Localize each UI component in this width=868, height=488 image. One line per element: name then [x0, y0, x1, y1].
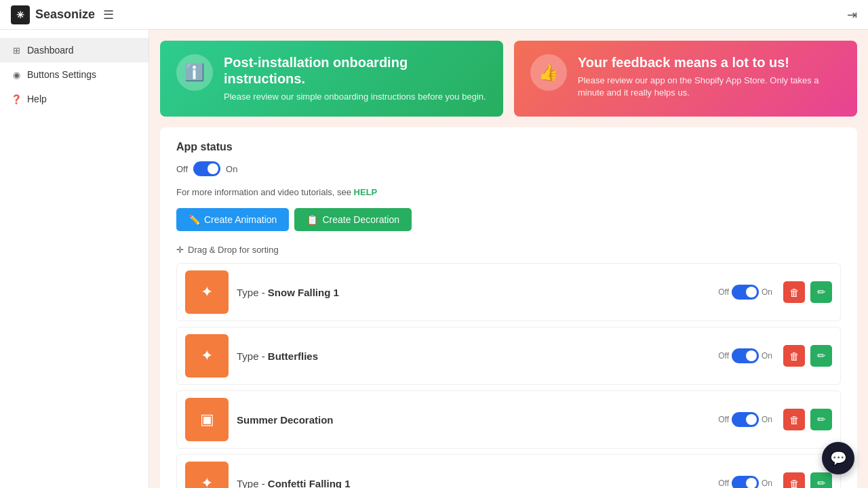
item-icon: ✦: [185, 334, 229, 378]
animations-list: ✦ Type - Snow Falling 1 Off On 🗑 ✏ ✦ Typ…: [176, 263, 841, 488]
onboarding-content: Post-installation onboarding instruction…: [224, 54, 490, 103]
off-label: Off: [176, 164, 188, 174]
item-on-label: On: [762, 351, 772, 361]
sidebar-item-help[interactable]: ❓ Help: [0, 87, 149, 111]
toggle-slider: [193, 161, 220, 176]
sidebar-item-buttons-settings[interactable]: ◉ Buttons Settings: [0, 62, 149, 87]
sidebar-item-label: Dashboard: [27, 45, 74, 56]
item-on-label: On: [762, 287, 772, 297]
item-label: Type - Butterflies: [237, 350, 718, 362]
sort-label: Drag & Drop for sorting: [188, 245, 279, 255]
create-buttons-row: ✏️ Create Animation 📋 Create Decoration: [176, 208, 841, 231]
sort-row: ✛ Drag & Drop for sorting: [176, 245, 841, 255]
dashboard-icon: ⊞: [11, 45, 22, 56]
app-status-panel: App status Off On For more information a…: [160, 127, 857, 488]
sidebar-item-dashboard[interactable]: ⊞ Dashboard: [0, 38, 149, 62]
edit-button[interactable]: ✏: [810, 472, 832, 488]
main-content: ℹ️ Post-installation onboarding instruct…: [149, 30, 868, 488]
top-nav-left: ✳ Seasonize ☰: [11, 5, 114, 24]
onboarding-banner[interactable]: ℹ️ Post-installation onboarding instruct…: [160, 41, 503, 117]
onboarding-icon: ℹ️: [176, 54, 213, 91]
logo-area: ✳ Seasonize: [11, 5, 95, 24]
buttons-settings-icon: ◉: [11, 70, 22, 80]
create-decoration-icon: 📋: [307, 214, 318, 225]
delete-button[interactable]: 🗑: [783, 472, 805, 488]
item-toggle-slider: [732, 412, 759, 427]
delete-button[interactable]: 🗑: [783, 345, 805, 367]
create-decoration-label: Create Decoration: [322, 214, 399, 225]
info-text: For more information and video tutorials…: [176, 187, 841, 197]
feedback-title: Your feedback means a lot to us!: [578, 54, 844, 70]
item-label: Summer Decoration: [237, 414, 718, 426]
onboarding-title: Post-installation onboarding instruction…: [224, 54, 490, 87]
logo-icon: ✳: [11, 5, 30, 24]
sidebar-item-label: Buttons Settings: [27, 69, 96, 80]
item-toggle-wrap: Off On: [718, 476, 772, 488]
list-item: ▣ Summer Decoration Off On 🗑 ✏: [176, 390, 841, 449]
item-toggle-wrap: Off On: [718, 412, 772, 427]
list-item: ✦ Type - Snow Falling 1 Off On 🗑 ✏: [176, 263, 841, 321]
item-icon: ▣: [185, 398, 229, 441]
feedback-banner[interactable]: 👍 Your feedback means a lot to us! Pleas…: [514, 41, 857, 117]
sort-icon: ✛: [176, 245, 184, 255]
item-off-label: Off: [718, 479, 729, 488]
on-label: On: [226, 164, 237, 174]
edit-button[interactable]: ✏: [810, 345, 832, 367]
item-label: Type - Snow Falling 1: [237, 287, 718, 298]
feedback-description: Please review our app on the Shopify App…: [578, 75, 844, 99]
layout: ⊞ Dashboard ◉ Buttons Settings ❓ Help ℹ️…: [0, 30, 868, 488]
help-icon: ❓: [11, 94, 22, 104]
item-toggle-wrap: Off On: [718, 285, 772, 300]
help-link[interactable]: HELP: [354, 187, 378, 197]
list-item: ✦ Type - Butterflies Off On 🗑 ✏: [176, 327, 841, 385]
banner-cards-row: ℹ️ Post-installation onboarding instruct…: [160, 41, 857, 117]
item-label: Type - Confetti Falling 1: [237, 478, 718, 488]
delete-button[interactable]: 🗑: [783, 281, 805, 303]
item-off-label: Off: [718, 287, 729, 297]
create-decoration-button[interactable]: 📋 Create Decoration: [294, 208, 412, 231]
chat-icon: 💬: [830, 450, 847, 466]
edit-button[interactable]: ✏: [810, 281, 832, 303]
chat-bubble[interactable]: 💬: [822, 442, 854, 474]
item-controls: Off On 🗑 ✏: [718, 345, 832, 367]
item-icon: ✦: [185, 462, 229, 488]
list-item: ✦ Type - Confetti Falling 1 Off On 🗑 ✏: [176, 454, 841, 488]
item-on-label: On: [762, 479, 772, 488]
create-animation-icon: ✏️: [189, 214, 200, 225]
item-off-label: Off: [718, 415, 729, 424]
item-toggle[interactable]: [732, 348, 759, 363]
hamburger-icon[interactable]: ☰: [103, 7, 114, 22]
item-toggle[interactable]: [732, 412, 759, 427]
feedback-icon: 👍: [530, 54, 567, 91]
app-name: Seasonize: [35, 7, 95, 22]
item-icon: ✦: [185, 270, 229, 314]
item-toggle-wrap: Off On: [718, 348, 772, 363]
item-toggle-slider: [732, 476, 759, 488]
feedback-content: Your feedback means a lot to us! Please …: [578, 54, 844, 99]
item-controls: Off On 🗑 ✏: [718, 281, 832, 303]
item-toggle[interactable]: [732, 476, 759, 488]
status-row: Off On: [176, 161, 841, 176]
app-status-title: App status: [176, 141, 841, 153]
item-toggle-slider: [732, 285, 759, 300]
item-off-label: Off: [718, 351, 729, 361]
create-animation-label: Create Animation: [204, 214, 277, 225]
sidebar: ⊞ Dashboard ◉ Buttons Settings ❓ Help: [0, 30, 149, 488]
item-controls: Off On 🗑 ✏: [718, 472, 832, 488]
onboarding-description: Please review our simple onboarding inst…: [224, 91, 490, 103]
signout-icon[interactable]: ⇥: [847, 7, 857, 22]
create-animation-button[interactable]: ✏️ Create Animation: [176, 208, 289, 231]
edit-button[interactable]: ✏: [810, 409, 832, 430]
item-controls: Off On 🗑 ✏: [718, 409, 832, 430]
top-nav: ✳ Seasonize ☰ ⇥: [0, 0, 868, 30]
app-status-toggle[interactable]: [193, 161, 220, 176]
item-toggle[interactable]: [732, 285, 759, 300]
sidebar-item-label: Help: [27, 94, 47, 104]
item-toggle-slider: [732, 348, 759, 363]
delete-button[interactable]: 🗑: [783, 409, 805, 430]
item-on-label: On: [762, 415, 772, 424]
